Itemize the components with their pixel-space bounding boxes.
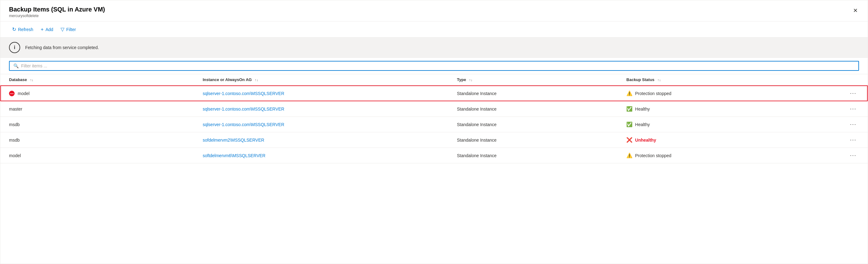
table-row[interactable]: msdbsqlserver-1.contoso.com\MSSQLSERVERS… xyxy=(0,117,868,132)
cell-database: msdb xyxy=(0,132,194,148)
cell-type: Standalone Instance xyxy=(448,101,618,117)
status-icon: ✅ xyxy=(626,106,632,112)
info-icon: i xyxy=(9,42,20,53)
sort-icon-instance: ↑↓ xyxy=(255,78,258,82)
instance-link[interactable]: softdelmervm6\MSSQLSERVER xyxy=(203,153,265,158)
refresh-icon: ↻ xyxy=(12,26,16,32)
cell-status: ⚠️Protection stopped xyxy=(618,86,811,101)
database-name: master xyxy=(9,106,22,111)
status-icon: ❌ xyxy=(626,137,632,143)
database-name: model xyxy=(18,91,30,96)
refresh-label: Refresh xyxy=(18,27,33,32)
filter-icon: ▽ xyxy=(61,26,64,32)
database-cell-wrap: model xyxy=(9,153,185,158)
cell-status: ⚠️Protection stopped xyxy=(618,148,811,163)
cell-actions: ··· xyxy=(811,101,868,117)
cell-instance[interactable]: softdelmervm6\MSSQLSERVER xyxy=(194,148,448,163)
status-badge: Protection stopped xyxy=(635,91,671,96)
table-row[interactable]: —modelsqlserver-1.contoso.com\MSSQLSERVE… xyxy=(0,86,868,101)
table-wrap: Database ↑↓ Instance or AlwaysOn AG ↑↓ T… xyxy=(0,74,868,163)
filter-input-wrap: 🔍 xyxy=(9,61,859,71)
search-icon: 🔍 xyxy=(13,63,19,68)
cell-status: ✅Healthy xyxy=(618,101,811,117)
cell-type: Standalone Instance xyxy=(448,148,618,163)
instance-link[interactable]: sqlserver-1.contoso.com\MSSQLSERVER xyxy=(203,122,284,127)
info-banner: i Fetching data from service completed. xyxy=(0,38,868,58)
row-actions-button[interactable]: ··· xyxy=(847,121,859,128)
status-wrap: ❌Unhealthy xyxy=(626,137,802,143)
col-header-actions xyxy=(811,74,868,86)
close-button[interactable]: ✕ xyxy=(850,6,860,15)
row-actions-button[interactable]: ··· xyxy=(847,90,859,97)
status-icon: ⚠️ xyxy=(626,90,632,96)
status-badge: Protection stopped xyxy=(635,153,671,158)
filter-bar: 🔍 xyxy=(0,58,868,74)
filter-label: Filter xyxy=(66,27,76,32)
instance-link[interactable]: sqlserver-1.contoso.com\MSSQLSERVER xyxy=(203,106,284,111)
database-cell-wrap: msdb xyxy=(9,122,185,127)
filter-button[interactable]: ▽ Filter xyxy=(58,25,79,34)
col-header-status[interactable]: Backup Status ↑↓ xyxy=(618,74,811,86)
panel-subtitle: mercurysoftdelete xyxy=(9,14,859,18)
status-wrap: ✅Healthy xyxy=(626,106,802,112)
cell-actions: ··· xyxy=(811,86,868,101)
status-icon: ✅ xyxy=(626,122,632,127)
database-cell-wrap: msdb xyxy=(9,138,185,142)
row-actions-button[interactable]: ··· xyxy=(847,105,859,113)
database-name: msdb xyxy=(9,138,20,142)
instance-link[interactable]: sofdelmervm2\MSSQLSERVER xyxy=(203,138,264,142)
sort-icon-status: ↑↓ xyxy=(657,78,661,82)
status-badge: Healthy xyxy=(635,122,650,127)
refresh-button[interactable]: ↻ Refresh xyxy=(9,25,36,34)
stop-icon: — xyxy=(9,91,14,96)
status-badge: Healthy xyxy=(635,106,650,111)
cell-database: master xyxy=(0,101,194,117)
filter-input[interactable] xyxy=(21,63,855,68)
cell-actions: ··· xyxy=(811,148,868,163)
cell-instance[interactable]: sofdelmervm2\MSSQLSERVER xyxy=(194,132,448,148)
instance-link[interactable]: sqlserver-1.contoso.com\MSSQLSERVER xyxy=(203,91,284,96)
col-header-instance[interactable]: Instance or AlwaysOn AG ↑↓ xyxy=(194,74,448,86)
database-cell-wrap: —model xyxy=(9,91,185,96)
table-row[interactable]: msdbsofdelmervm2\MSSQLSERVERStandalone I… xyxy=(0,132,868,148)
database-cell-wrap: master xyxy=(9,106,185,111)
backup-items-panel: Backup Items (SQL in Azure VM) mercuryso… xyxy=(0,0,868,264)
sort-icon-database: ↑↓ xyxy=(30,78,33,82)
col-header-type[interactable]: Type ↑↓ xyxy=(448,74,618,86)
cell-database: model xyxy=(0,148,194,163)
row-actions-button[interactable]: ··· xyxy=(847,136,859,144)
banner-message: Fetching data from service completed. xyxy=(25,45,99,50)
col-header-database[interactable]: Database ↑↓ xyxy=(0,74,194,86)
status-wrap: ⚠️Protection stopped xyxy=(626,153,802,158)
add-button[interactable]: + Add xyxy=(38,25,56,34)
status-wrap: ✅Healthy xyxy=(626,122,802,127)
cell-status: ❌Unhealthy xyxy=(618,132,811,148)
cell-instance[interactable]: sqlserver-1.contoso.com\MSSQLSERVER xyxy=(194,117,448,132)
table-row[interactable]: mastersqlserver-1.contoso.com\MSSQLSERVE… xyxy=(0,101,868,117)
cell-instance[interactable]: sqlserver-1.contoso.com\MSSQLSERVER xyxy=(194,101,448,117)
panel-title: Backup Items (SQL in Azure VM) xyxy=(9,6,859,13)
status-badge: Unhealthy xyxy=(635,138,656,142)
cell-database: msdb xyxy=(0,117,194,132)
cell-type: Standalone Instance xyxy=(448,117,618,132)
cell-actions: ··· xyxy=(811,132,868,148)
cell-database: —model xyxy=(0,86,194,101)
add-label: Add xyxy=(45,27,53,32)
status-icon: ⚠️ xyxy=(626,153,632,158)
cell-type: Standalone Instance xyxy=(448,132,618,148)
cell-actions: ··· xyxy=(811,117,868,132)
table-row[interactable]: modelsoftdelmervm6\MSSQLSERVERStandalone… xyxy=(0,148,868,163)
toolbar: ↻ Refresh + Add ▽ Filter xyxy=(0,22,868,38)
row-actions-button[interactable]: ··· xyxy=(847,152,859,159)
status-wrap: ⚠️Protection stopped xyxy=(626,90,802,96)
cell-instance[interactable]: sqlserver-1.contoso.com\MSSQLSERVER xyxy=(194,86,448,101)
table-header-row: Database ↑↓ Instance or AlwaysOn AG ↑↓ T… xyxy=(0,74,868,86)
cell-type: Standalone Instance xyxy=(448,86,618,101)
panel-header: Backup Items (SQL in Azure VM) mercuryso… xyxy=(0,0,868,22)
cell-status: ✅Healthy xyxy=(618,117,811,132)
backup-items-table: Database ↑↓ Instance or AlwaysOn AG ↑↓ T… xyxy=(0,74,868,163)
database-name: model xyxy=(9,153,21,158)
database-name: msdb xyxy=(9,122,20,127)
sort-icon-type: ↑↓ xyxy=(469,78,472,82)
add-icon: + xyxy=(41,27,43,32)
